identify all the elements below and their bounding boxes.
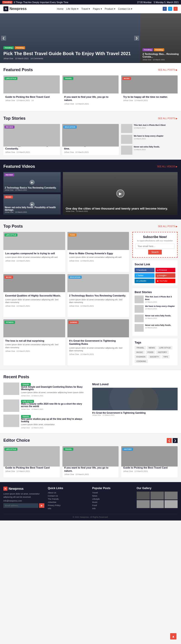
tag-2[interactable]: LIFE STYLE	[157, 346, 172, 350]
recent-post-1-badge: LIFE STYLE	[21, 400, 34, 403]
featured-post-1-badge: TRAVEL	[64, 76, 73, 80]
top-posts-see-all[interactable]: SEE ALL POSTS ▶	[158, 225, 177, 228]
footer-link-2[interactable]: The Friends	[48, 498, 89, 500]
tag-5[interactable]: HISTORY	[156, 350, 169, 354]
video-main-meta: Johan Doe · 13 March,2021	[66, 210, 168, 212]
side-story-1: We have to keep every chapter 13 March,2…	[121, 135, 177, 144]
footer-copyright: © 2021 Newpress. All Rights Reserved.	[4, 514, 177, 518]
editor-post-0-title: Guide to Picking the Best Travel Card	[5, 466, 58, 469]
footer-popular-0[interactable]: Travel	[92, 492, 133, 494]
social-link-linkedin[interactable]: in LinkedIn	[135, 279, 154, 283]
side-story-1-text: We have to keep every chapter	[134, 135, 163, 138]
tag-1[interactable]: NEWS	[147, 346, 156, 350]
footer-popular-posts-title: Popular Posts	[92, 486, 133, 490]
top-posts-layout: LIFE STYLE Los angeles compound he is tr…	[4, 232, 177, 365]
top-post-0-desc: Lorem ipsum dolor sit amet consectetur a…	[5, 256, 63, 259]
hero-comments: 14 Comments	[31, 57, 43, 60]
footer-popular-2[interactable]: Lifestyle	[92, 498, 133, 500]
social-links-grid: f Facebook p Pinterest t Twitter g Googl…	[135, 268, 175, 283]
social-link-twitter[interactable]: t Twitter	[135, 273, 154, 278]
tag-7[interactable]: SOCIETY	[148, 355, 161, 358]
footer-popular-5[interactable]: Info	[92, 508, 133, 510]
logo-icon: N	[4, 6, 8, 11]
tag-9[interactable]: COOKING	[135, 360, 148, 363]
featured-post-2-title: Try to be happy all the time no matter.	[123, 95, 176, 98]
slider-arrow-right[interactable]: ❯	[134, 36, 139, 41]
footer-popular-3[interactable]: Music	[92, 501, 133, 503]
footer-popular-4[interactable]: Food	[92, 504, 133, 506]
subscribe-box: Subscribe Now! to Appicraftsolutions wit…	[132, 232, 177, 258]
footer-grid: N Newpress Lorem ipsum dolor sit amet, c…	[4, 486, 177, 510]
subscribe-input[interactable]	[135, 244, 174, 249]
featured-post-0-badge: LIFE STYLE	[5, 76, 18, 80]
tag-6[interactable]: FASHION	[135, 355, 147, 358]
footer-link-5[interactable]: Info	[48, 508, 89, 510]
footer: N Newpress Lorem ipsum dolor sit amet, c…	[0, 482, 181, 520]
hero-side-badges: Trending Trending	[142, 48, 179, 51]
social-link-google[interactable]: g Google+	[155, 273, 175, 278]
top-stories-side: This Not Just A Photo But it Best 13 Mar…	[121, 124, 177, 155]
twitter-icon[interactable]: t	[168, 7, 172, 11]
slider-arrow-left[interactable]: ❮	[1, 36, 6, 41]
footer-link-4[interactable]: Privacy Policy	[48, 504, 89, 506]
tag-0[interactable]: TRAVEL	[135, 346, 146, 350]
footer-popular-1[interactable]: News	[92, 495, 133, 497]
social-link-youtube[interactable]: ▶ YouTube	[155, 279, 175, 283]
rss-icon[interactable]: r	[173, 7, 177, 11]
editor-next-arrow[interactable]: ❯	[173, 438, 177, 443]
footer-link-3[interactable]: Advertise	[48, 501, 89, 503]
footer-links-list: About Us Contact Us The Friends Advertis…	[48, 492, 89, 510]
video-1-badge: MUSIC	[4, 196, 13, 198]
gallery-img-5	[164, 500, 177, 508]
recent-list: TRAVEL Quick Simple and Downright Comfor…	[4, 382, 89, 428]
footer-popular-posts: Popular Posts Travel News Lifestyle Musi…	[92, 486, 133, 510]
footer-subscribe: ▶	[4, 503, 44, 508]
featured-post-1-body: If you want to find your life, you go to…	[62, 94, 119, 107]
editor-post-1-title: If you want to find your life, you go to…	[64, 466, 117, 472]
nav-pages[interactable]: Pages ▾	[93, 8, 102, 10]
top-bar-date: 5 Monday 5, March 2021	[154, 1, 179, 4]
video-0-play[interactable]: ▶	[30, 180, 35, 185]
subscribe-button[interactable]: Search	[148, 250, 162, 254]
most-loved-img	[92, 388, 178, 410]
featured-posts-grid: LIFE STYLE Guide to Picking the Best Tra…	[4, 76, 177, 107]
top-posts-grid: LIFE STYLE Los angeles compound he is tr…	[4, 232, 129, 365]
footer-link-1[interactable]: Contact Us	[48, 495, 89, 497]
top-stories-see-all[interactable]: SEE ALL POSTS ▶	[158, 117, 177, 120]
header-social-icons: f t r	[163, 7, 177, 11]
footer-link-0[interactable]: About Us	[48, 492, 89, 494]
video-main-play-btn[interactable]: ▶	[116, 190, 124, 198]
tag-8[interactable]: TIPS	[161, 355, 170, 358]
nav-product[interactable]: Product ▾	[105, 8, 115, 10]
best-story-0: This Not Just A Photo But it Best 13 Mar…	[135, 296, 175, 303]
tag-4[interactable]: FOOD	[146, 350, 155, 354]
footer-subscribe-input[interactable]	[4, 503, 38, 508]
featured-posts-header: Featured Posts SEE ALL POSTS ▶	[4, 68, 177, 72]
nav-contact[interactable]: Contact Us ▾	[118, 8, 132, 10]
top-post-4-title: The loss is not all that surprising	[5, 339, 63, 342]
featured-post-1-img: TRAVEL	[62, 76, 119, 94]
tag-3[interactable]: MUSIC	[135, 350, 145, 354]
video-main: ▶ One day the cities of two thousand and…	[63, 172, 177, 215]
facebook-icon[interactable]: f	[163, 7, 167, 11]
featured-videos-see-all[interactable]: SEE ALL VIDEOS ▶	[157, 165, 177, 168]
top-story-main-1: EDUCATION Best friends in high school li…	[62, 124, 119, 155]
top-posts-header: Top Posts SEE ALL POSTS ▶	[4, 224, 177, 229]
best-story-0-img	[135, 296, 144, 303]
hero-meta: Johan Doe 13 March 2021 14 Comments	[4, 57, 137, 60]
hero-side-date: 13 March 2021	[153, 59, 165, 61]
nav-lifestyle[interactable]: Life Style ▾	[66, 8, 79, 10]
featured-videos-title: Featured Videos	[4, 164, 35, 169]
hero-slider: ❮ Trending Trending Pick The Best Travel…	[0, 13, 181, 63]
social-link-box: Social Link f Facebook p Pinterest t Twi…	[132, 260, 177, 286]
featured-posts-see-all[interactable]: SEE ALL POSTS ▶	[158, 69, 177, 71]
recent-post-0: TRAVEL Quick Simple and Downright Comfor…	[4, 382, 89, 397]
nav-travel[interactable]: Travel ▾	[81, 8, 90, 10]
social-link-pinterest[interactable]: p Pinterest	[155, 268, 175, 272]
footer-subscribe-btn[interactable]: ▶	[39, 503, 44, 508]
social-link-facebook[interactable]: f Facebook	[135, 268, 154, 272]
nav-home[interactable]: Home	[57, 8, 64, 10]
editor-post-2-title: Guide to Picking the Best Travel Card	[123, 466, 176, 469]
featured-posts-section: Featured Posts SEE ALL POSTS ▶ LIFE STYL…	[0, 63, 181, 111]
editor-prev-arrow[interactable]: ❮	[167, 438, 172, 443]
